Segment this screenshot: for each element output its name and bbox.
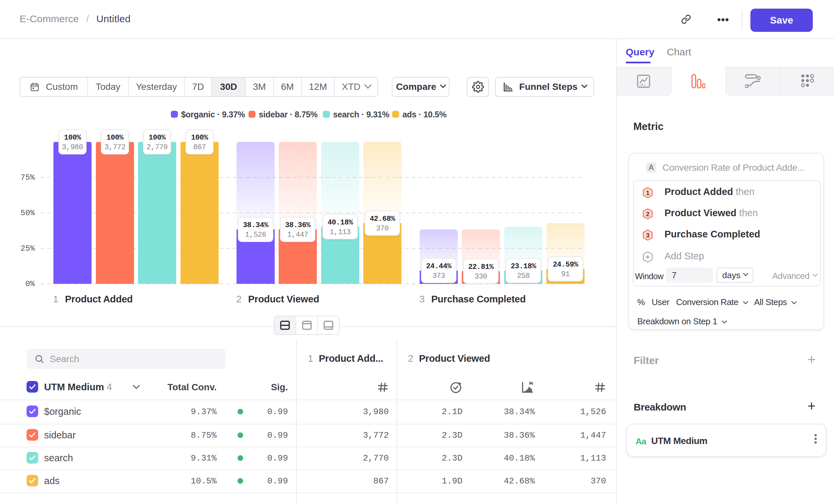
svg-text:1: 1 — [646, 189, 650, 196]
svg-text:3: 3 — [646, 232, 650, 239]
svg-text:2: 2 — [646, 210, 650, 217]
